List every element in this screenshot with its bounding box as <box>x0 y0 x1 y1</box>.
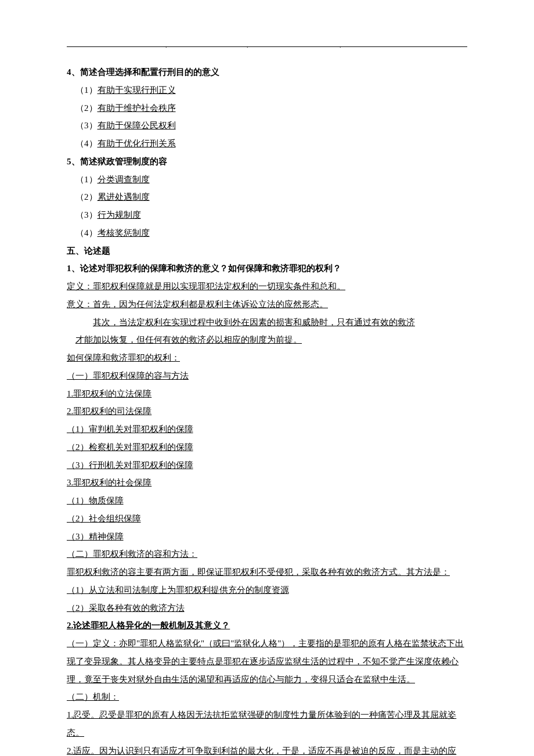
essay2-mech-head: （二）机制： <box>67 688 467 706</box>
essay1-meaning-1: 意义：首先，因为任何法定权利都是权利主体诉讼立法的应然形态。 <box>67 296 467 314</box>
q5-item: （2）累进处遇制度 <box>67 188 467 206</box>
item-num: （2） <box>75 192 98 201</box>
item-text: 有助于维护社会秩序 <box>98 103 176 113</box>
item-text: 有助于优化行刑关系 <box>98 139 176 148</box>
header-rule: ... <box>67 46 467 47</box>
essay1-b-head: （二）罪犯权利救济的容和方法： <box>67 545 467 563</box>
q4-item: （1）有助于实现行刑正义 <box>67 81 467 99</box>
item-num: （4） <box>75 139 98 148</box>
item-text: 分类调查制度 <box>98 175 150 184</box>
item-text: 考核奖惩制度 <box>98 228 150 237</box>
q4-item: （2）有助于维护社会秩序 <box>67 99 467 117</box>
q4-item: （4）有助于优化行刑关系 <box>67 135 467 153</box>
essay1-a3-1: （1）物质保障 <box>67 492 467 510</box>
item-num: （2） <box>75 103 98 113</box>
essay2-definition: （一）定义：亦即"罪犯人格监狱化"（或曰"监狱化人格"），主要指的是罪犯的原有人… <box>67 635 467 688</box>
q5-item: （4）考核奖惩制度 <box>67 224 467 242</box>
essay1-definition: 定义：罪犯权利保障就是用以实现罪犯法定权利的一切现实条件和总和。 <box>67 278 467 296</box>
essay2-mech1: 1.忍受。忍受是罪犯的原有人格因无法抗拒监狱强硬的制度性力量所体验到的一种痛苦心… <box>67 706 467 742</box>
essay1-a2: 2.罪犯权利的司法保障 <box>67 402 467 420</box>
essay1-b-body: 罪犯权利救济的容主要有两方面，即保证罪犯权利不受侵犯，采取各种有效的救济方式。其… <box>67 563 467 581</box>
essay2-title: 2.论述罪犯人格异化的一般机制及其意义？ <box>67 617 467 635</box>
essay1-a3-2: （2）社会组织保障 <box>67 510 467 528</box>
item-num: （1） <box>75 175 98 184</box>
item-text: 累进处遇制度 <box>98 192 150 201</box>
essay1-b1: （1）从立法和司法制度上为罪犯权利提供充分的制度资源 <box>67 581 467 599</box>
essay1-a1: 1.罪犯权利的立法保障 <box>67 385 467 403</box>
item-num: （4） <box>75 228 98 237</box>
section5-title: 五、论述题 <box>67 242 467 260</box>
essay1-a3-3: （3）精神保障 <box>67 528 467 546</box>
q5-item: （1）分类调查制度 <box>67 171 467 189</box>
item-num: （3） <box>75 121 98 130</box>
item-text: 有助于实现行刑正义 <box>98 85 176 95</box>
essay1-a-head: （一）罪犯权利保障的容与方法 <box>67 367 467 385</box>
essay1-how-label: 如何保障和救济罪犯的权利： <box>67 349 467 367</box>
essay1-b2: （2）采取各种有效的救济方法 <box>67 599 467 617</box>
essay1-a2-2: （2）检察机关对罪犯权利的保障 <box>67 438 467 456</box>
item-num: （1） <box>75 85 98 95</box>
document-page: ... 4、简述合理选择和配置行刑目的的意义 （1）有助于实现行刑正义 （2）有… <box>0 0 534 756</box>
essay2-mech2: 2.适应。因为认识到只有适应才可争取到利益的最大化，于是，适应不再是被迫的反应，… <box>67 742 467 757</box>
essay1-meaning-2: 其次，当法定权利在实现过程中收到外在因素的损害和威胁时，只有通过有效的救济 <box>67 314 467 332</box>
essay1-a2-1: （1）审判机关对罪犯权利的保障 <box>67 420 467 438</box>
item-text: 有助于保障公民权利 <box>98 121 176 130</box>
essay1-a2-3: （3）行刑机关对罪犯权利的保障 <box>67 456 467 474</box>
q4-title: 4、简述合理选择和配置行刑目的的意义 <box>67 63 467 81</box>
essay1-a3: 3.罪犯权利的社会保障 <box>67 474 467 492</box>
item-text: 行为规制度 <box>98 210 141 219</box>
q5-title: 5、简述狱政管理制度的容 <box>67 153 467 171</box>
essay1-meaning-3: 才能加以恢复，但任何有效的救济必以相应的制度为前提。 <box>67 331 467 349</box>
essay1-title: 1、论述对罪犯权利的保障和救济的意义？如何保障和救济罪犯的权利？ <box>67 260 467 278</box>
q5-item: （3）行为规制度 <box>67 206 467 224</box>
q4-item: （3）有助于保障公民权利 <box>67 117 467 135</box>
item-num: （3） <box>75 210 98 219</box>
